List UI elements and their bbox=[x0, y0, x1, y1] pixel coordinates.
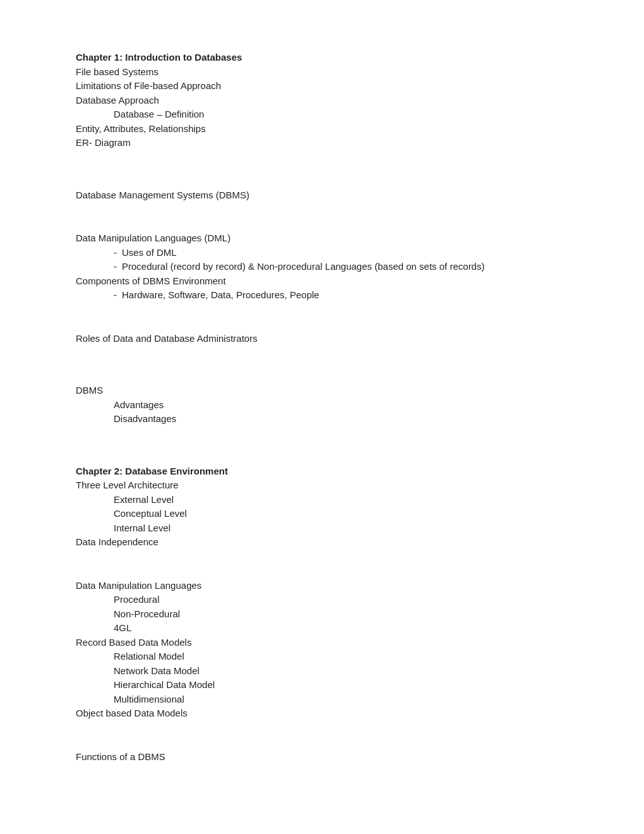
bullet-dash-2: - bbox=[114, 260, 117, 274]
dml-bullet-2-text: Procedural (record by record) & Non-proc… bbox=[122, 260, 484, 274]
chapter1-section: Chapter 1: Introduction to Databases Fil… bbox=[76, 51, 568, 150]
arch-level-2: Conceptual Level bbox=[76, 507, 568, 521]
chapter1-indented-1: Database – Definition bbox=[76, 107, 568, 122]
chapter1-item-1: File based Systems bbox=[76, 65, 568, 80]
bullet-dash-3: - bbox=[114, 288, 117, 303]
dml-bullet-2: - Procedural (record by record) & Non-pr… bbox=[76, 260, 568, 274]
roles-text: Roles of Data and Database Administrator… bbox=[76, 332, 568, 346]
chapter1-heading: Chapter 1: Introduction to Databases bbox=[76, 51, 568, 65]
components-bullet-1: - Hardware, Software, Data, Procedures, … bbox=[76, 288, 568, 303]
record-based-item-1: Relational Model bbox=[76, 650, 568, 664]
record-based-heading: Record Based Data Models bbox=[76, 636, 568, 650]
dbms2-sub-2: Disadvantages bbox=[76, 412, 568, 426]
functions-text: Functions of a DBMS bbox=[76, 750, 568, 764]
chapter1-item-4: Entity, Attributes, Relationships bbox=[76, 122, 568, 136]
chapter2-heading: Chapter 2: Database Environment bbox=[76, 464, 568, 479]
arch-level-3: Internal Level bbox=[76, 521, 568, 536]
chapter1-item-5: ER- Diagram bbox=[76, 136, 568, 150]
chapter2-item-1: Three Level Architecture bbox=[76, 478, 568, 493]
dml-sub-2: Non-Procedural bbox=[76, 607, 568, 622]
chapter2-item-2: Data Independence bbox=[76, 535, 568, 550]
dbms2-heading: DBMS bbox=[76, 384, 568, 398]
dbms-section: Database Management Systems (DBMS) bbox=[76, 188, 568, 203]
object-based-text: Object based Data Models bbox=[76, 706, 568, 721]
arch-level-1: External Level bbox=[76, 493, 568, 507]
chapter2-section: Chapter 2: Database Environment Three Le… bbox=[76, 464, 568, 550]
dml-bullet-1: - Uses of DML bbox=[76, 246, 568, 260]
chapter1-item-3: Database Approach bbox=[76, 94, 568, 108]
dbms2-sub-1: Advantages bbox=[76, 398, 568, 413]
record-based-item-4: Multidimensional bbox=[76, 692, 568, 707]
components-bullet-1-text: Hardware, Software, Data, Procedures, Pe… bbox=[122, 288, 319, 303]
dbms-line: Database Management Systems (DBMS) bbox=[76, 188, 568, 203]
record-based-item-3: Hierarchical Data Model bbox=[76, 678, 568, 692]
dml-section: Data Manipulation Languages (DML) - Uses… bbox=[76, 231, 568, 303]
dml-heading: Data Manipulation Languages (DML) bbox=[76, 231, 568, 246]
record-based-item-2: Network Data Model bbox=[76, 664, 568, 679]
chapter2-dml-section: Data Manipulation Languages Procedural N… bbox=[76, 579, 568, 721]
dml-bullet-1-text: Uses of DML bbox=[122, 246, 177, 260]
chapter2-dml-heading: Data Manipulation Languages bbox=[76, 579, 568, 593]
components-heading: Components of DBMS Environment bbox=[76, 274, 568, 289]
roles-section: Roles of Data and Database Administrator… bbox=[76, 332, 568, 346]
dbms2-section: DBMS Advantages Disadvantages bbox=[76, 384, 568, 426]
dml-sub-3: 4GL bbox=[76, 621, 568, 636]
chapter1-item-2: Limitations of File-based Approach bbox=[76, 79, 568, 94]
dml-sub-1: Procedural bbox=[76, 593, 568, 607]
functions-section: Functions of a DBMS bbox=[76, 750, 568, 764]
bullet-dash-1: - bbox=[114, 246, 117, 260]
